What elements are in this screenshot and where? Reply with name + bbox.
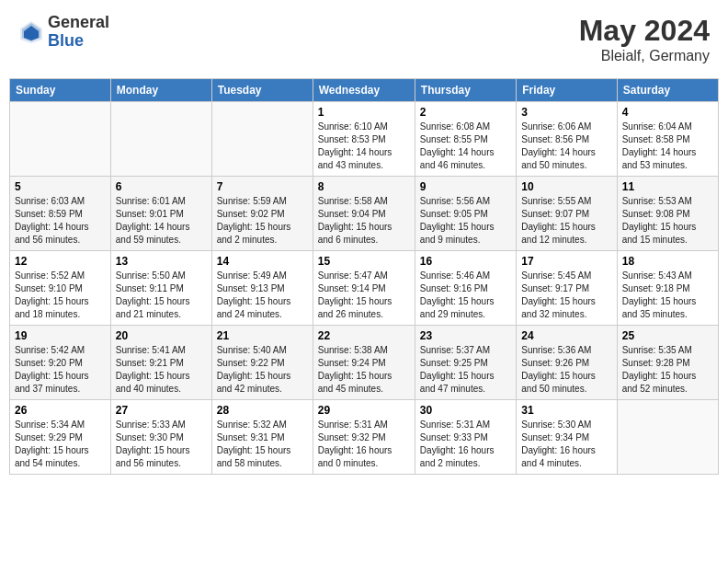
day-number: 11 [622,180,713,193]
day-number: 1 [318,106,410,119]
calendar-cell [617,400,718,475]
weekday-header: Sunday [10,79,111,102]
day-number: 18 [622,255,713,268]
day-number: 19 [15,329,106,342]
day-info: Sunrise: 5:52 AMSunset: 9:10 PMDaylight:… [15,270,106,321]
calendar-cell: 15Sunrise: 5:47 AMSunset: 9:14 PMDayligh… [313,251,415,326]
day-info: Sunrise: 5:42 AMSunset: 9:20 PMDaylight:… [15,344,106,396]
day-info: Sunrise: 6:06 AMSunset: 8:56 PMDaylight:… [521,121,611,172]
day-info: Sunrise: 5:33 AMSunset: 9:30 PMDaylight:… [116,419,207,470]
calendar-cell: 25Sunrise: 5:35 AMSunset: 9:28 PMDayligh… [617,326,718,400]
day-info: Sunrise: 5:56 AMSunset: 9:05 PMDaylight:… [420,195,511,247]
day-number: 20 [116,329,207,342]
calendar-cell: 6Sunrise: 6:01 AMSunset: 9:01 PMDaylight… [110,177,211,251]
day-info: Sunrise: 5:55 AMSunset: 9:07 PMDaylight:… [521,195,611,247]
weekday-header: Monday [110,79,211,102]
logo-icon [18,19,44,45]
day-info: Sunrise: 5:34 AMSunset: 9:29 PMDaylight:… [15,419,106,470]
calendar-cell: 22Sunrise: 5:38 AMSunset: 9:24 PMDayligh… [313,326,415,400]
day-number: 27 [116,404,207,417]
day-info: Sunrise: 6:04 AMSunset: 8:58 PMDaylight:… [622,121,713,172]
day-number: 21 [217,329,308,342]
calendar-location: Bleialf, Germany [579,48,710,64]
day-number: 23 [420,329,511,342]
day-info: Sunrise: 6:01 AMSunset: 9:01 PMDaylight:… [116,195,207,247]
weekday-header: Wednesday [313,79,415,102]
calendar-week-row: 12Sunrise: 5:52 AMSunset: 9:10 PMDayligh… [10,251,719,326]
day-info: Sunrise: 6:08 AMSunset: 8:55 PMDaylight:… [420,121,511,172]
title-block: May 2024 Bleialf, Germany [579,14,710,64]
calendar-cell: 28Sunrise: 5:32 AMSunset: 9:31 PMDayligh… [211,400,313,475]
calendar-week-row: 1Sunrise: 6:10 AMSunset: 8:53 PMDaylight… [10,102,719,177]
calendar-week-row: 26Sunrise: 5:34 AMSunset: 9:29 PMDayligh… [10,400,719,475]
calendar-week-row: 19Sunrise: 5:42 AMSunset: 9:20 PMDayligh… [10,326,719,400]
calendar-cell: 4Sunrise: 6:04 AMSunset: 8:58 PMDaylight… [617,102,718,177]
calendar-cell: 20Sunrise: 5:41 AMSunset: 9:21 PMDayligh… [110,326,211,400]
day-info: Sunrise: 5:49 AMSunset: 9:13 PMDaylight:… [217,270,308,321]
calendar-cell: 2Sunrise: 6:08 AMSunset: 8:55 PMDaylight… [415,102,516,177]
calendar-cell: 11Sunrise: 5:53 AMSunset: 9:08 PMDayligh… [617,177,718,251]
day-info: Sunrise: 5:50 AMSunset: 9:11 PMDaylight:… [116,270,207,321]
calendar-week-row: 5Sunrise: 6:03 AMSunset: 8:59 PMDaylight… [10,177,719,251]
weekday-header-row: SundayMondayTuesdayWednesdayThursdayFrid… [10,79,719,102]
day-number: 17 [521,255,611,268]
day-number: 6 [116,180,207,193]
calendar-cell: 26Sunrise: 5:34 AMSunset: 9:29 PMDayligh… [10,400,111,475]
day-info: Sunrise: 5:35 AMSunset: 9:28 PMDaylight:… [622,344,713,396]
logo-blue-text: Blue [48,32,109,51]
calendar-cell: 7Sunrise: 5:59 AMSunset: 9:02 PMDaylight… [211,177,313,251]
calendar-cell: 10Sunrise: 5:55 AMSunset: 9:07 PMDayligh… [517,177,617,251]
day-number: 5 [15,180,106,193]
day-number: 8 [318,180,410,193]
day-number: 15 [318,255,410,268]
day-info: Sunrise: 5:59 AMSunset: 9:02 PMDaylight:… [217,195,308,247]
calendar-cell: 23Sunrise: 5:37 AMSunset: 9:25 PMDayligh… [415,326,516,400]
day-number: 12 [15,255,106,268]
day-info: Sunrise: 5:47 AMSunset: 9:14 PMDaylight:… [318,270,410,321]
calendar-cell: 3Sunrise: 6:06 AMSunset: 8:56 PMDaylight… [517,102,617,177]
day-info: Sunrise: 5:36 AMSunset: 9:26 PMDaylight:… [521,344,611,396]
day-number: 28 [217,404,308,417]
calendar-cell: 9Sunrise: 5:56 AMSunset: 9:05 PMDaylight… [415,177,516,251]
day-number: 29 [318,404,410,417]
calendar-cell: 31Sunrise: 5:30 AMSunset: 9:34 PMDayligh… [517,400,617,475]
day-info: Sunrise: 5:38 AMSunset: 9:24 PMDaylight:… [318,344,410,396]
day-info: Sunrise: 5:46 AMSunset: 9:16 PMDaylight:… [420,270,511,321]
day-info: Sunrise: 5:43 AMSunset: 9:18 PMDaylight:… [622,270,713,321]
day-info: Sunrise: 5:30 AMSunset: 9:34 PMDaylight:… [521,419,611,470]
calendar-cell: 29Sunrise: 5:31 AMSunset: 9:32 PMDayligh… [313,400,415,475]
calendar-cell: 12Sunrise: 5:52 AMSunset: 9:10 PMDayligh… [10,251,111,326]
day-number: 4 [622,106,713,119]
day-info: Sunrise: 5:58 AMSunset: 9:04 PMDaylight:… [318,195,410,247]
calendar-title: May 2024 [579,14,710,48]
calendar-cell: 5Sunrise: 6:03 AMSunset: 8:59 PMDaylight… [10,177,111,251]
day-number: 14 [217,255,308,268]
day-info: Sunrise: 5:31 AMSunset: 9:33 PMDaylight:… [420,419,511,470]
day-number: 10 [521,180,611,193]
weekday-header: Saturday [617,79,718,102]
calendar-cell: 21Sunrise: 5:40 AMSunset: 9:22 PMDayligh… [211,326,313,400]
calendar-cell: 1Sunrise: 6:10 AMSunset: 8:53 PMDaylight… [313,102,415,177]
day-number: 16 [420,255,511,268]
weekday-header: Tuesday [211,79,313,102]
day-info: Sunrise: 5:41 AMSunset: 9:21 PMDaylight:… [116,344,207,396]
day-info: Sunrise: 5:37 AMSunset: 9:25 PMDaylight:… [420,344,511,396]
day-info: Sunrise: 5:31 AMSunset: 9:32 PMDaylight:… [318,419,410,470]
calendar-table: SundayMondayTuesdayWednesdayThursdayFrid… [9,78,719,475]
day-number: 25 [622,329,713,342]
logo-text: General Blue [48,14,109,51]
calendar-cell: 18Sunrise: 5:43 AMSunset: 9:18 PMDayligh… [617,251,718,326]
weekday-header: Thursday [415,79,516,102]
day-number: 7 [217,180,308,193]
day-info: Sunrise: 6:03 AMSunset: 8:59 PMDaylight:… [15,195,106,247]
calendar-cell [10,102,111,177]
calendar-cell: 24Sunrise: 5:36 AMSunset: 9:26 PMDayligh… [517,326,617,400]
calendar-cell: 17Sunrise: 5:45 AMSunset: 9:17 PMDayligh… [517,251,617,326]
calendar-cell: 14Sunrise: 5:49 AMSunset: 9:13 PMDayligh… [211,251,313,326]
day-info: Sunrise: 5:32 AMSunset: 9:31 PMDaylight:… [217,419,308,470]
day-number: 22 [318,329,410,342]
day-info: Sunrise: 5:53 AMSunset: 9:08 PMDaylight:… [622,195,713,247]
day-info: Sunrise: 5:40 AMSunset: 9:22 PMDaylight:… [217,344,308,396]
day-number: 3 [521,106,611,119]
calendar-cell: 13Sunrise: 5:50 AMSunset: 9:11 PMDayligh… [110,251,211,326]
